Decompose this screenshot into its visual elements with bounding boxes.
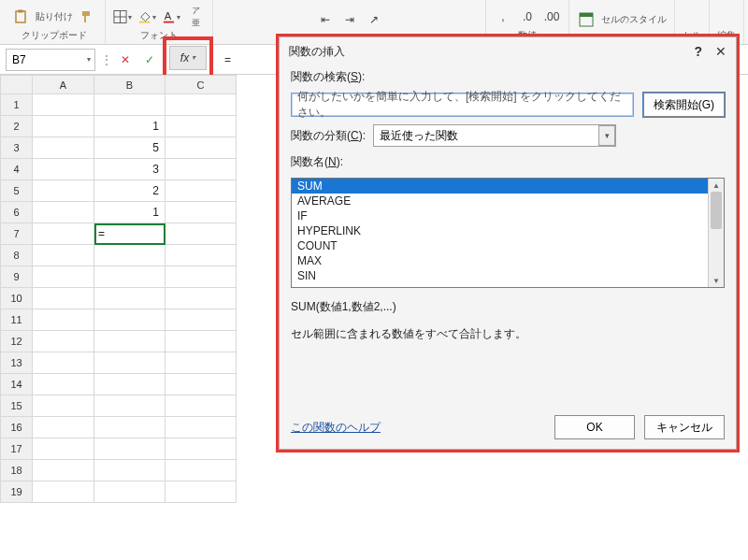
chevron-down-icon[interactable]: ▾ [87,55,91,64]
row-header[interactable]: 12 [1,331,33,352]
confirm-formula-button[interactable]: ✓ [138,49,161,71]
cell[interactable] [94,438,165,460]
decrease-indent-icon[interactable]: ⇤ [316,10,335,29]
cell[interactable]: = [94,223,165,245]
phonetic-icon[interactable]: ア亜 [186,7,205,26]
cell[interactable] [94,288,165,309]
cell[interactable] [94,309,165,331]
orientation-icon[interactable]: ↗ [365,10,383,29]
row-header[interactable]: 11 [1,309,33,331]
search-start-button[interactable]: 検索開始(G) [643,93,725,117]
row-header[interactable]: 15 [1,395,33,417]
cell[interactable] [165,180,237,202]
chevron-down-icon[interactable]: ▾ [598,125,615,146]
column-header-C[interactable]: C [165,76,237,94]
function-list-item[interactable]: SUM [292,179,724,194]
cell[interactable] [165,417,237,438]
row-header[interactable]: 6 [1,202,33,223]
cell[interactable] [94,395,165,417]
row-header[interactable]: 18 [1,460,33,481]
cell[interactable] [33,266,94,288]
cell[interactable] [33,331,94,352]
comma-style-icon[interactable]: , [494,7,512,26]
column-header-B[interactable]: B [94,76,165,94]
row-header[interactable]: 1 [1,94,33,116]
function-list-item[interactable]: MAX [292,253,724,268]
cell[interactable] [33,395,94,417]
ok-button[interactable]: OK [554,415,635,439]
function-list-item[interactable]: IF [292,208,724,223]
cell[interactable] [165,481,237,503]
cell[interactable] [33,438,94,460]
row-header[interactable]: 10 [1,288,33,309]
cell[interactable]: 3 [94,159,165,180]
cell[interactable] [165,374,237,395]
cell[interactable]: 1 [94,116,165,137]
cell[interactable]: 5 [94,137,165,159]
row-header[interactable]: 7 [1,223,33,245]
cell[interactable] [165,94,237,116]
row-header[interactable]: 14 [1,374,33,395]
cell[interactable] [165,159,237,180]
row-header[interactable]: 8 [1,245,33,266]
category-select[interactable]: 最近使った関数 ▾ [373,124,616,147]
cell[interactable] [94,94,165,116]
cell[interactable]: 1 [94,202,165,223]
insert-function-button[interactable]: fx▾ [169,46,207,70]
row-header[interactable]: 9 [1,266,33,288]
paste-icon[interactable] [11,7,30,26]
scrollbar-thumb[interactable] [711,192,722,229]
row-header[interactable]: 16 [1,417,33,438]
row-header[interactable]: 13 [1,352,33,374]
cell[interactable] [94,460,165,481]
cell[interactable] [33,288,94,309]
listbox-scrollbar[interactable]: ▲ ▼ [708,179,724,287]
cancel-formula-button[interactable]: ✕ [114,49,137,71]
cell[interactable] [165,331,237,352]
cell[interactable] [165,202,237,223]
format-painter-icon[interactable] [79,7,97,26]
increase-decimal-icon[interactable]: .0 [518,7,537,26]
function-search-input[interactable]: 何がしたいかを簡単に入力して、[検索開始] をクリックしてください。 [291,93,634,117]
function-listbox[interactable]: SUMAVERAGEIFHYPERLINKCOUNTMAXSIN ▲ ▼ [291,178,725,288]
cell[interactable] [33,460,94,481]
cell[interactable] [33,116,94,137]
function-list-item[interactable]: AVERAGE [292,194,724,208]
select-all-corner[interactable] [1,76,33,94]
fill-color-icon[interactable]: ▾ [137,7,156,26]
cell[interactable] [33,94,94,116]
dialog-close-button[interactable]: ✕ [715,44,726,59]
row-header[interactable]: 17 [1,438,33,460]
cell-style-label[interactable]: セルのスタイル [601,13,667,26]
cell[interactable] [165,266,237,288]
cell[interactable] [165,395,237,417]
cell[interactable] [94,374,165,395]
cell[interactable] [165,288,237,309]
cell[interactable] [33,159,94,180]
scroll-up-arrow-icon[interactable]: ▲ [709,179,724,192]
cell[interactable] [94,417,165,438]
cell[interactable] [165,137,237,159]
cell[interactable] [165,352,237,374]
cell[interactable] [94,245,165,266]
cell[interactable] [165,116,237,137]
cell[interactable] [94,481,165,503]
row-header[interactable]: 19 [1,481,33,503]
scroll-down-arrow-icon[interactable]: ▼ [709,274,724,287]
cell[interactable] [165,309,237,331]
cell[interactable] [165,223,237,245]
font-color-icon[interactable]: A▾ [162,7,180,26]
cell[interactable] [33,245,94,266]
function-list-item[interactable]: SIN [292,268,724,283]
increase-indent-icon[interactable]: ⇥ [340,10,359,29]
row-header[interactable]: 3 [1,137,33,159]
column-header-A[interactable]: A [33,76,94,94]
cell[interactable]: 2 [94,180,165,202]
cell[interactable] [165,245,237,266]
row-header[interactable]: 5 [1,180,33,202]
function-help-link[interactable]: この関数のヘルプ [291,420,381,436]
cell[interactable] [33,202,94,223]
cell[interactable] [33,374,94,395]
cell[interactable] [94,266,165,288]
row-header[interactable]: 4 [1,159,33,180]
